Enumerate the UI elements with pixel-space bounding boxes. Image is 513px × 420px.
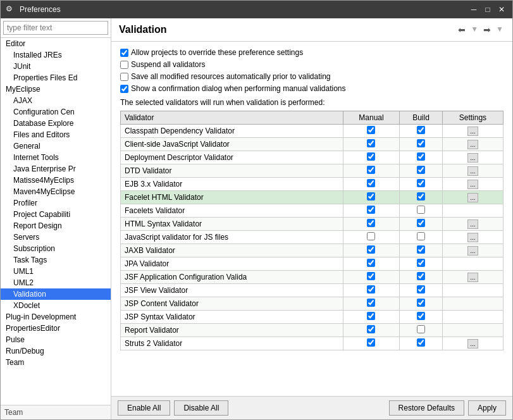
manual-checkbox[interactable] [367,312,375,320]
settings-dots-button[interactable]: ... [467,339,478,349]
build-checkbox[interactable] [417,192,425,201]
manual-checkbox[interactable] [367,285,375,293]
tree-item[interactable]: Java Enterprise Pr [1,163,111,175]
page-title: Validation [119,24,167,35]
build-checkbox[interactable] [417,285,425,293]
tree-item[interactable]: PropertiesEditor [1,323,111,334]
manual-checkbox[interactable] [367,245,375,254]
tree-item[interactable]: Maven4MyEclipse [1,186,111,197]
tree-item[interactable]: Configuration Cen [1,106,111,118]
tree-item[interactable]: JUnit [1,61,111,72]
manual-checkbox[interactable] [367,272,375,280]
manual-checkbox[interactable] [367,232,375,240]
tree-item[interactable]: Plug-in Development [1,311,111,323]
close-button[interactable]: ✕ [496,4,507,15]
build-checkbox[interactable] [417,219,425,227]
validator-build-cell [400,311,443,324]
manual-checkbox[interactable] [367,259,375,267]
manual-checkbox[interactable] [367,338,375,347]
validator-settings-cell [442,284,503,297]
settings-dots-button[interactable]: ... [467,153,478,163]
validator-settings-cell: ... [442,125,503,138]
build-checkbox[interactable] [417,126,425,134]
build-checkbox[interactable] [417,299,425,307]
preference-checkbox-3[interactable] [120,85,128,93]
manual-checkbox[interactable] [367,126,375,134]
tree-item[interactable]: MyEclipse [1,83,111,95]
maximize-button[interactable]: □ [482,4,493,15]
validator-manual-cell [343,257,399,271]
table-row: JSP Content Validator [121,297,504,311]
tree-item[interactable]: Pulse [1,334,111,345]
tree-item[interactable]: AJAX [1,95,111,106]
tree-item[interactable]: Installed JREs [1,49,111,61]
build-checkbox[interactable] [417,179,425,187]
disable-all-button[interactable]: Disable All [174,400,228,416]
settings-dots-button[interactable]: ... [467,233,478,242]
tree-item[interactable]: Team [1,357,111,368]
settings-dots-button[interactable]: ... [467,219,478,229]
build-checkbox[interactable] [417,232,425,240]
settings-dots-button[interactable]: ... [467,193,478,202]
tree-item[interactable]: Matisse4MyEclips [1,175,111,186]
manual-checkbox[interactable] [367,206,375,214]
minimize-button[interactable]: ─ [468,4,479,15]
build-checkbox[interactable] [417,325,425,333]
nav-back-button[interactable]: ⬅ [455,23,468,36]
manual-checkbox[interactable] [367,299,375,307]
tree-item[interactable]: Database Explore [1,118,111,129]
enable-all-button[interactable]: Enable All [118,400,170,416]
settings-dots-button[interactable]: ... [467,180,478,189]
apply-button[interactable]: Apply [468,400,506,416]
manual-checkbox[interactable] [367,325,375,333]
manual-checkbox[interactable] [367,192,375,201]
manual-checkbox[interactable] [367,166,375,174]
preference-checkbox-2[interactable] [120,73,128,81]
preference-checkbox-1[interactable] [120,61,128,69]
tree-item[interactable]: Editor [1,38,111,49]
tree-item[interactable]: Task Tags [1,254,111,266]
manual-checkbox[interactable] [367,179,375,187]
restore-defaults-button[interactable]: Restore Defaults [389,400,464,416]
settings-dots-button[interactable]: ... [467,127,478,136]
build-checkbox[interactable] [417,139,425,147]
tree-item[interactable]: Project Capabiliti [1,209,111,220]
validator-settings-cell [442,257,503,271]
manual-checkbox[interactable] [367,152,375,161]
build-checkbox[interactable] [417,272,425,280]
tree-item[interactable]: Properties Files Ed [1,72,111,83]
tree-item[interactable]: XDoclet [1,300,111,311]
build-checkbox[interactable] [417,338,425,347]
tree-item[interactable]: Internet Tools [1,152,111,163]
build-checkbox[interactable] [417,259,425,267]
validator-build-cell [400,324,443,337]
build-checkbox[interactable] [417,152,425,161]
preference-checkbox-0[interactable] [120,49,128,57]
tree-container: EditorInstalled JREsJUnitProperties File… [1,38,111,405]
tree-item[interactable]: Report Design [1,220,111,232]
filter-input[interactable] [3,21,108,35]
tree-item[interactable]: Profiler [1,197,111,209]
tree-item[interactable]: Run/Debug [1,345,111,357]
settings-dots-button[interactable]: ... [467,246,478,256]
tree-item[interactable]: Servers [1,232,111,243]
settings-dots-button[interactable]: ... [467,140,478,149]
tree-item[interactable]: UML1 [1,266,111,277]
settings-dots-button[interactable]: ... [467,273,478,282]
tree-item[interactable]: Validation [1,288,111,300]
validator-name: JavaScript validator for JS files [121,231,343,244]
build-checkbox[interactable] [417,166,425,174]
validator-name: Report Validator [121,324,343,337]
tree-item[interactable]: Subscription [1,243,111,254]
tree-item[interactable]: Files and Editors [1,129,111,140]
build-checkbox[interactable] [417,206,425,214]
tree-item[interactable]: UML2 [1,277,111,288]
manual-checkbox[interactable] [367,139,375,147]
manual-checkbox[interactable] [367,219,375,227]
build-checkbox[interactable] [417,245,425,254]
build-checkbox[interactable] [417,312,425,320]
nav-forward-button[interactable]: ➡ [481,23,493,36]
validator-manual-cell [343,178,399,191]
tree-item[interactable]: General [1,140,111,152]
settings-dots-button[interactable]: ... [467,166,478,176]
